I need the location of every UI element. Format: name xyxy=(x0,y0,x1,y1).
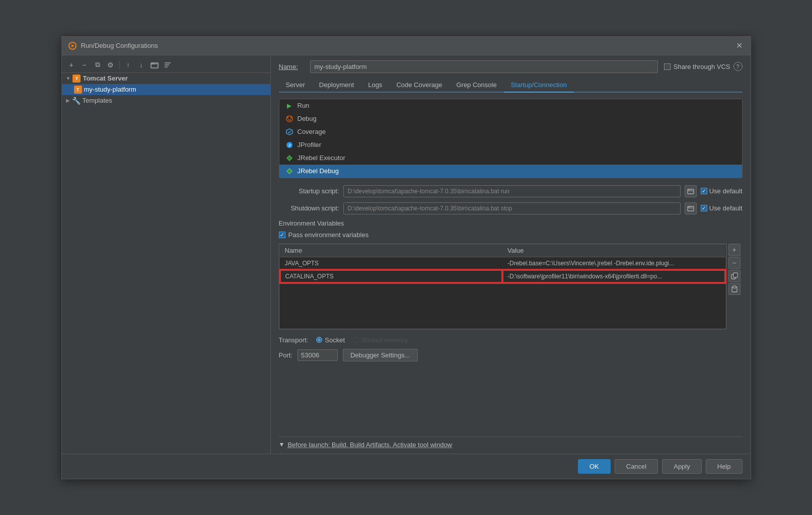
port-label: Port: xyxy=(279,351,292,359)
sidebar: + − ⧉ ⚙ ↑ ↓ xyxy=(62,55,271,454)
shutdown-use-default: ✓ Use default xyxy=(701,204,743,212)
cancel-button[interactable]: Cancel xyxy=(615,459,658,474)
startup-use-default: ✓ Use default xyxy=(701,187,743,195)
sort-button[interactable] xyxy=(162,59,173,70)
collapse-icon[interactable]: ▼ xyxy=(279,441,285,448)
tree-arrow-right: ▶ xyxy=(66,98,70,103)
env-variables-header: Environment Variables xyxy=(279,219,743,227)
move-up-button[interactable]: ↑ xyxy=(123,59,134,70)
folder-button[interactable] xyxy=(149,59,160,70)
title-bar: Run/Debug Configurations ✕ xyxy=(62,37,751,55)
remove-row-button[interactable]: − xyxy=(728,257,741,269)
name-input[interactable] xyxy=(310,60,658,73)
copy-row-button[interactable] xyxy=(728,270,741,282)
executor-jrebel-debug-label: JRebel Debug xyxy=(298,167,339,175)
debug-icon xyxy=(285,115,293,123)
startup-use-default-checkbox[interactable]: ✓ xyxy=(701,188,707,194)
help-icon[interactable]: ? xyxy=(733,62,743,71)
share-vcs-checkbox[interactable] xyxy=(664,63,671,70)
executor-jrebel-debug[interactable]: JRebel Debug xyxy=(279,165,742,178)
tab-server[interactable]: Server xyxy=(279,78,312,93)
socket-label: Socket xyxy=(325,336,345,344)
table-row[interactable]: JAVA_OPTS -Drebel.base=C:\Users\Vincente… xyxy=(280,257,725,270)
shared-memory-radio-item[interactable]: Shared memory xyxy=(353,336,408,344)
settings-button[interactable]: ⚙ xyxy=(105,59,116,70)
help-button[interactable]: Help xyxy=(706,459,743,474)
paste-row-button[interactable] xyxy=(728,283,741,295)
executor-run[interactable]: ▶ Run xyxy=(279,99,742,112)
svg-rect-23 xyxy=(733,286,736,288)
java-opts-value: -Drebel.base=C:\Users\Vincente\.jrebel -… xyxy=(502,257,725,270)
tomcat-icon: T xyxy=(72,75,81,83)
dialog-title: Run/Debug Configurations xyxy=(81,42,158,49)
templates-group[interactable]: ▶ 🔧 Templates xyxy=(62,95,270,106)
pass-env-checkbox[interactable]: ✓ xyxy=(279,232,285,238)
debugger-settings-button[interactable]: Debugger Settings... xyxy=(343,349,418,361)
socket-radio[interactable] xyxy=(316,337,322,343)
col-value-header: Value xyxy=(502,244,725,257)
wrench-icon: 🔧 xyxy=(72,97,81,105)
dialog-icon xyxy=(68,41,77,50)
shutdown-script-row: Shutdown script: ✓ Use default xyxy=(279,202,743,214)
executor-jprofiler[interactable]: J JProfiler xyxy=(279,138,742,152)
executor-debug-label: Debug xyxy=(298,115,317,122)
my-study-platform-item[interactable]: T my-study-platform xyxy=(62,84,270,95)
transport-label: Transport: xyxy=(279,336,309,344)
shutdown-script-input[interactable] xyxy=(343,202,681,214)
tomcat-server-group[interactable]: ▼ T Tomcat Server xyxy=(62,73,270,84)
add-button[interactable]: + xyxy=(66,59,77,70)
env-table: Name Value JAVA_OPTS -Drebel.base=C:\Use… xyxy=(279,244,726,283)
remove-button[interactable]: − xyxy=(79,59,90,70)
env-table-wrapper: Name Value JAVA_OPTS -Drebel.base=C:\Use… xyxy=(279,244,726,336)
apply-button[interactable]: Apply xyxy=(662,459,702,474)
shutdown-use-default-label: Use default xyxy=(709,204,743,212)
jprofiler-icon: J xyxy=(285,141,293,149)
env-table-container: Name Value JAVA_OPTS -Drebel.base=C:\Use… xyxy=(279,244,726,329)
tab-code-coverage[interactable]: Code Coverage xyxy=(389,78,449,93)
shared-memory-radio[interactable] xyxy=(353,337,359,343)
tab-logs[interactable]: Logs xyxy=(361,78,389,93)
executor-debug[interactable]: Debug xyxy=(279,112,742,125)
ok-button[interactable]: OK xyxy=(578,459,611,474)
startup-use-default-label: Use default xyxy=(709,187,743,195)
port-input[interactable] xyxy=(298,349,338,361)
catalina-opts-name: CATALINA_OPTS xyxy=(280,270,503,283)
share-vcs-label: Share through VCS xyxy=(674,63,730,70)
pass-env-label: Pass environment variables xyxy=(288,231,369,239)
startup-script-input[interactable] xyxy=(343,185,681,197)
tree-arrow-down: ▼ xyxy=(66,76,71,81)
coverage-icon xyxy=(285,128,293,136)
svg-point-9 xyxy=(290,116,292,118)
table-row[interactable]: CATALINA_OPTS -D:\software\jprofiler11\b… xyxy=(280,270,725,283)
add-row-button[interactable]: + xyxy=(728,244,741,256)
startup-script-label: Startup script: xyxy=(279,187,339,195)
svg-marker-1 xyxy=(71,44,75,47)
executor-coverage[interactable]: Coverage xyxy=(279,125,742,138)
executor-jrebel-executor[interactable]: JRebel Executor xyxy=(279,152,742,165)
name-label: Name: xyxy=(279,63,304,70)
startup-browse-button[interactable] xyxy=(685,185,697,197)
tabs-bar: Server Deployment Logs Code Coverage Gre… xyxy=(279,78,743,93)
shutdown-use-default-checkbox[interactable]: ✓ xyxy=(701,205,707,211)
svg-text:J: J xyxy=(288,143,290,148)
run-icon: ▶ xyxy=(285,102,293,110)
socket-radio-item[interactable]: Socket xyxy=(316,336,345,344)
shutdown-browse-button[interactable] xyxy=(685,202,697,214)
move-down-button[interactable]: ↓ xyxy=(136,59,147,70)
java-opts-name: JAVA_OPTS xyxy=(280,257,503,270)
tab-grep-console[interactable]: Grep Console xyxy=(449,78,503,93)
right-panel: Name: Share through VCS ? Server Deploym… xyxy=(271,55,751,454)
svg-point-8 xyxy=(286,116,288,118)
before-launch-label: Before launch: Build, Build Artifacts, A… xyxy=(287,441,452,449)
close-button[interactable]: ✕ xyxy=(734,41,745,51)
shutdown-script-label: Shutdown script: xyxy=(279,204,339,212)
copy-button[interactable]: ⧉ xyxy=(92,59,103,70)
executor-coverage-label: Coverage xyxy=(298,128,326,135)
tab-deployment[interactable]: Deployment xyxy=(312,78,361,93)
executor-jrebel-label: JRebel Executor xyxy=(298,154,345,162)
templates-label: Templates xyxy=(83,97,112,104)
jrebel-debug-icon xyxy=(285,167,293,175)
startup-script-row: Startup script: ✓ Use default xyxy=(279,185,743,197)
share-vcs-row: Share through VCS ? xyxy=(664,62,743,71)
tab-startup-connection[interactable]: Startup/Connection xyxy=(504,78,574,93)
